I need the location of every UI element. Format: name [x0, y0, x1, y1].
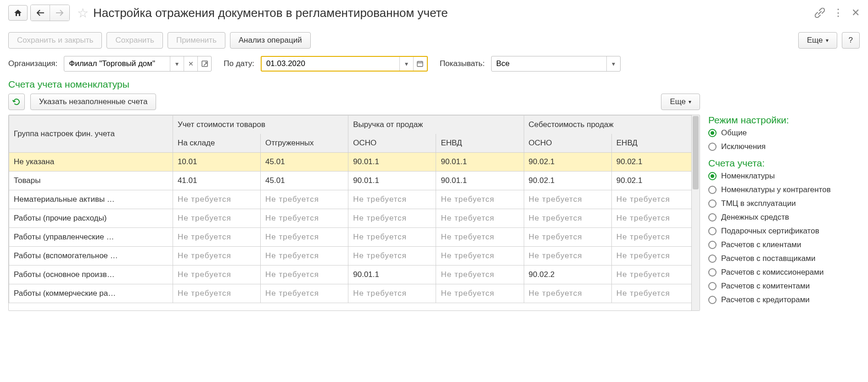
row-value-cell[interactable]: 41.01 — [173, 172, 260, 190]
dropdown-icon[interactable]: ▾ — [170, 56, 184, 71]
row-value-cell[interactable]: Не требуется — [436, 209, 524, 228]
row-value-cell[interactable]: Не требуется — [436, 266, 524, 284]
row-value-cell[interactable]: Не требуется — [173, 228, 260, 247]
save-button[interactable]: Сохранить — [106, 32, 162, 49]
row-value-cell[interactable]: 10.01 — [173, 153, 260, 172]
col-rev-envd-header[interactable]: ЕНВД — [436, 134, 524, 153]
row-name-cell[interactable]: Не указана — [9, 153, 173, 172]
row-value-cell[interactable]: Не требуется — [524, 284, 611, 303]
row-value-cell[interactable]: Не требуется — [524, 247, 611, 266]
row-value-cell[interactable]: Не требуется — [611, 228, 699, 247]
mode-radio[interactable]: Общие — [708, 128, 860, 138]
row-value-cell[interactable]: Не требуется — [261, 284, 348, 303]
row-value-cell[interactable]: Не требуется — [173, 209, 260, 228]
col-cogs-osno-header[interactable]: ОСНО — [524, 134, 611, 153]
account-radio[interactable]: Номенклатуры у контрагентов — [708, 185, 860, 194]
row-name-cell[interactable]: Работы (коммерческие ра… — [9, 284, 173, 303]
mode-radio[interactable]: Исключения — [708, 142, 860, 151]
favorite-star-icon[interactable]: ☆ — [77, 6, 89, 21]
account-radio[interactable]: Расчетов с комиссионерами — [708, 268, 860, 277]
calendar-icon[interactable] — [413, 57, 427, 71]
table-row[interactable]: Работы (коммерческие ра…Не требуетсяНе т… — [9, 284, 700, 303]
row-name-cell[interactable]: Работы (основное произв… — [9, 266, 173, 284]
link-icon[interactable] — [815, 8, 825, 18]
row-name-cell[interactable]: Нематериальные активы … — [9, 190, 173, 209]
row-name-cell[interactable]: Работы (вспомогательное … — [9, 247, 173, 266]
row-value-cell[interactable]: 45.01 — [261, 172, 348, 190]
more-button[interactable]: Еще▾ — [798, 32, 837, 49]
row-value-cell[interactable]: Не требуется — [524, 190, 611, 209]
analyze-operations-button[interactable]: Анализ операций — [230, 32, 311, 49]
help-button[interactable]: ? — [842, 32, 860, 49]
show-input[interactable] — [492, 56, 606, 71]
back-button[interactable] — [31, 5, 50, 21]
open-selector-icon[interactable] — [197, 56, 211, 71]
row-value-cell[interactable]: 90.02.1 — [524, 153, 611, 172]
row-value-cell[interactable]: 90.02.1 — [524, 172, 611, 190]
account-radio[interactable]: Расчетов с поставщиками — [708, 254, 860, 263]
col-rev-osno-header[interactable]: ОСНО — [348, 134, 436, 153]
row-value-cell[interactable]: Не требуется — [524, 209, 611, 228]
table-row[interactable]: Не указана10.0145.0190.01.190.01.190.02.… — [9, 153, 700, 172]
row-value-cell[interactable]: 90.01.1 — [348, 266, 436, 284]
dropdown-icon[interactable]: ▾ — [606, 56, 620, 71]
row-value-cell[interactable]: Не требуется — [348, 190, 436, 209]
forward-button[interactable] — [50, 5, 69, 21]
account-radio[interactable]: Расчетов с комитентами — [708, 282, 860, 291]
row-value-cell[interactable]: Не требуется — [348, 209, 436, 228]
col-cogs-envd-header[interactable]: ЕНВД — [611, 134, 699, 153]
save-and-close-button[interactable]: Сохранить и закрыть — [8, 32, 102, 49]
table-more-button[interactable]: Еще▾ — [661, 94, 700, 110]
col-group-header[interactable]: Группа настроек фин. учета — [9, 116, 173, 153]
row-value-cell[interactable]: Не требуется — [173, 266, 260, 284]
row-value-cell[interactable]: Не требуется — [436, 284, 524, 303]
row-value-cell[interactable]: Не требуется — [173, 190, 260, 209]
row-value-cell[interactable]: Не требуется — [261, 209, 348, 228]
table-row[interactable]: Нематериальные активы …Не требуетсяНе тр… — [9, 190, 700, 209]
date-input[interactable] — [262, 57, 399, 71]
org-select[interactable]: ▾ ✕ — [64, 56, 212, 72]
clear-icon[interactable]: ✕ — [184, 56, 197, 71]
table-row[interactable]: Работы (управленческие …Не требуетсяНе т… — [9, 228, 700, 247]
row-value-cell[interactable]: 90.02.2 — [524, 266, 611, 284]
apply-button[interactable]: Применить — [168, 32, 225, 49]
vertical-scrollbar[interactable] — [691, 115, 700, 310]
refresh-button[interactable] — [8, 94, 25, 110]
row-value-cell[interactable]: Не требуется — [261, 266, 348, 284]
account-radio[interactable]: Подарочных сертификатов — [708, 227, 860, 236]
row-name-cell[interactable]: Товары — [9, 172, 173, 190]
table-row[interactable]: Работы (вспомогательное …Не требуетсяНе … — [9, 247, 700, 266]
org-input[interactable] — [64, 56, 170, 71]
row-value-cell[interactable]: Не требуется — [261, 247, 348, 266]
row-value-cell[interactable]: Не требуется — [611, 247, 699, 266]
row-value-cell[interactable]: Не требуется — [611, 209, 699, 228]
show-select[interactable]: ▾ — [491, 56, 621, 72]
accounts-table[interactable]: Группа настроек фин. учета Учет стоимост… — [8, 115, 700, 311]
row-value-cell[interactable]: Не требуется — [436, 190, 524, 209]
col-shipped-header[interactable]: Отгруженных — [261, 134, 348, 153]
row-value-cell[interactable]: Не требуется — [261, 228, 348, 247]
col-revenue-header[interactable]: Выручка от продаж — [348, 116, 524, 134]
row-value-cell[interactable]: Не требуется — [348, 228, 436, 247]
row-value-cell[interactable]: Не требуется — [261, 190, 348, 209]
account-radio[interactable]: Номенклатуры — [708, 172, 860, 181]
row-value-cell[interactable]: Не требуется — [348, 247, 436, 266]
kebab-menu-icon[interactable]: ⋮ — [833, 7, 843, 19]
account-radio[interactable]: Денежных средств — [708, 213, 860, 222]
row-value-cell[interactable]: 45.01 — [261, 153, 348, 172]
row-value-cell[interactable]: Не требуется — [611, 284, 699, 303]
row-value-cell[interactable]: 90.01.1 — [348, 172, 436, 190]
col-cost-header[interactable]: Учет стоимости товаров — [173, 116, 348, 134]
col-in-stock-header[interactable]: На складе — [173, 134, 260, 153]
row-name-cell[interactable]: Работы (прочие расходы) — [9, 209, 173, 228]
row-name-cell[interactable]: Работы (управленческие … — [9, 228, 173, 247]
home-button[interactable] — [8, 5, 28, 21]
row-value-cell[interactable]: Не требуется — [524, 228, 611, 247]
row-value-cell[interactable]: Не требуется — [173, 247, 260, 266]
dropdown-icon[interactable]: ▾ — [399, 57, 413, 71]
row-value-cell[interactable]: Не требуется — [173, 284, 260, 303]
col-cogs-header[interactable]: Себестоимость продаж — [524, 116, 699, 134]
row-value-cell[interactable]: Не требуется — [611, 266, 699, 284]
row-value-cell[interactable]: 90.01.1 — [348, 153, 436, 172]
table-row[interactable]: Товары41.0145.0190.01.190.01.190.02.190.… — [9, 172, 700, 190]
